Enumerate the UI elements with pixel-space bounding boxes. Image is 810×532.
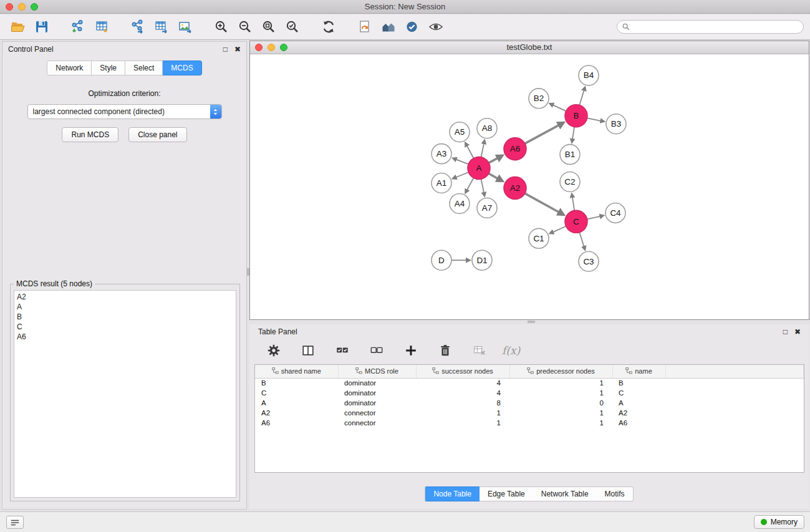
annotation-document-button[interactable] [355, 17, 375, 37]
export-image-button[interactable] [175, 17, 195, 37]
network-node-A2[interactable]: A2 [504, 177, 526, 200]
memory-button[interactable]: Memory [754, 515, 804, 529]
network-node-B4[interactable]: B4 [579, 65, 599, 85]
mcds-result-item[interactable]: A [14, 302, 236, 312]
table-row[interactable]: A6connector11A6 [255, 418, 804, 428]
select-all-rows-button[interactable] [332, 341, 352, 360]
network-node-A7[interactable]: A7 [477, 198, 497, 218]
export-table-button[interactable] [152, 17, 171, 37]
network-node-B2[interactable]: B2 [529, 89, 549, 109]
network-edge-A-A1[interactable] [456, 172, 468, 177]
network-node-A6[interactable]: A6 [504, 138, 526, 160]
vertical-splitter-handle[interactable] [247, 268, 249, 276]
network-node-C3[interactable]: C3 [579, 251, 599, 271]
table-row[interactable]: Bdominator41B [255, 378, 804, 388]
tab-motifs[interactable]: Motifs [597, 486, 634, 501]
delete-column-button[interactable] [435, 341, 455, 360]
network-edge-B-B2[interactable] [553, 105, 566, 111]
network-edge-B-B4[interactable] [579, 90, 584, 105]
tab-select[interactable]: Select [125, 60, 163, 75]
network-minimize-button[interactable] [268, 44, 275, 51]
deselect-all-rows-button[interactable] [367, 341, 387, 360]
network-edge-A-A6[interactable] [489, 158, 498, 163]
network-edge-A-A3[interactable] [456, 160, 468, 165]
network-node-A8[interactable]: A8 [477, 118, 497, 138]
network-node-A1[interactable]: A1 [432, 173, 451, 193]
mcds-result-item[interactable]: A6 [14, 332, 236, 342]
import-table-button[interactable] [92, 17, 112, 37]
minimize-window-button[interactable] [18, 3, 26, 11]
tab-network-table[interactable]: Network Table [533, 486, 597, 501]
tab-node-table[interactable]: Node Table [425, 486, 480, 501]
column-header-predecessor-nodes[interactable]: predecessor nodes [509, 365, 612, 378]
import-network-button[interactable] [68, 17, 88, 37]
search-box[interactable] [617, 20, 804, 34]
close-table-panel-icon[interactable]: ✖ [794, 327, 801, 336]
network-canvas[interactable]: B4B2BB3A5A8A6B1A3AC2A1A2A4A7C4CC1C3DD1 [250, 54, 809, 319]
close-window-button[interactable] [6, 3, 13, 11]
maximize-window-button[interactable] [31, 3, 38, 11]
search-input[interactable] [633, 22, 798, 32]
function-builder-button[interactable]: f(x) [502, 344, 520, 357]
network-edge-C-C4[interactable] [587, 216, 600, 220]
network-node-C1[interactable]: C1 [529, 228, 549, 248]
close-panel-button[interactable]: Close panel [128, 127, 186, 142]
network-edge-A-A5[interactable] [467, 146, 474, 158]
tab-edge-table[interactable]: Edge Table [480, 486, 534, 501]
float-control-panel-icon[interactable]: □ [223, 45, 228, 54]
network-edge-A-A4[interactable] [467, 178, 473, 190]
network-node-D[interactable]: D [432, 250, 451, 270]
network-node-A[interactable]: A [468, 157, 490, 180]
create-column-button[interactable] [401, 341, 421, 360]
network-node-C[interactable]: C [565, 210, 587, 233]
network-edge-B-B1[interactable] [572, 127, 574, 139]
network-edge-A-A8[interactable] [481, 143, 484, 157]
delete-table-button[interactable] [470, 341, 489, 360]
mcds-result-list[interactable]: A2ABCA6 [14, 290, 236, 498]
network-maximize-button[interactable] [280, 44, 287, 51]
table-row[interactable]: Adominator80A [255, 398, 804, 408]
tab-network[interactable]: Network [47, 60, 92, 75]
apply-layout-button[interactable] [319, 17, 339, 37]
column-header-shared-name[interactable]: shared name [255, 365, 338, 378]
show-hide-button[interactable] [426, 17, 446, 37]
open-session-button[interactable] [8, 17, 28, 37]
optimization-criterion-select[interactable]: largest connected component (directed) [27, 104, 222, 119]
column-header-successor-nodes[interactable]: successor nodes [416, 365, 509, 378]
show-columns-button[interactable] [298, 341, 318, 360]
table-settings-button[interactable] [264, 341, 284, 360]
network-node-C4[interactable]: C4 [605, 203, 625, 223]
network-node-A3[interactable]: A3 [432, 144, 451, 164]
network-node-A5[interactable]: A5 [450, 122, 470, 142]
task-history-button[interactable] [6, 516, 24, 529]
column-header-MCDS-role[interactable]: MCDS role [338, 365, 416, 378]
network-edge-C-C2[interactable] [572, 197, 574, 210]
network-edge-C-C3[interactable] [579, 233, 584, 247]
graphics-details-button[interactable] [402, 17, 422, 37]
tab-mcds[interactable]: MCDS [163, 60, 201, 75]
network-node-B[interactable]: B [565, 105, 587, 127]
close-control-panel-icon[interactable]: ✖ [234, 45, 241, 54]
zoom-fit-button[interactable] [259, 17, 279, 37]
network-edge-B-B3[interactable] [587, 118, 601, 120]
float-table-panel-icon[interactable]: □ [783, 327, 788, 336]
export-network-button[interactable] [128, 17, 148, 37]
horizontal-splitter-handle[interactable] [528, 321, 535, 323]
network-edge-C-C1[interactable] [553, 226, 566, 232]
table-row[interactable]: Cdominator41C [255, 388, 804, 398]
mcds-result-item[interactable]: C [14, 322, 236, 332]
network-edge-A-A2[interactable] [489, 173, 498, 178]
run-mcds-button[interactable]: Run MCDS [62, 127, 118, 142]
network-edge-A-A7[interactable] [481, 179, 484, 193]
hide-panels-button[interactable] [378, 17, 398, 37]
network-edge-A6-B[interactable] [525, 125, 559, 143]
zoom-selected-button[interactable] [282, 17, 302, 37]
network-node-C2[interactable]: C2 [560, 172, 580, 192]
tab-style[interactable]: Style [92, 60, 125, 75]
network-edge-A2-C[interactable] [525, 193, 559, 212]
table-row[interactable]: A2connector11A2 [255, 408, 804, 418]
network-node-A4[interactable]: A4 [450, 193, 470, 213]
network-close-button[interactable] [255, 44, 263, 51]
mcds-result-item[interactable]: A2 [14, 292, 236, 302]
zoom-out-button[interactable] [235, 17, 255, 37]
